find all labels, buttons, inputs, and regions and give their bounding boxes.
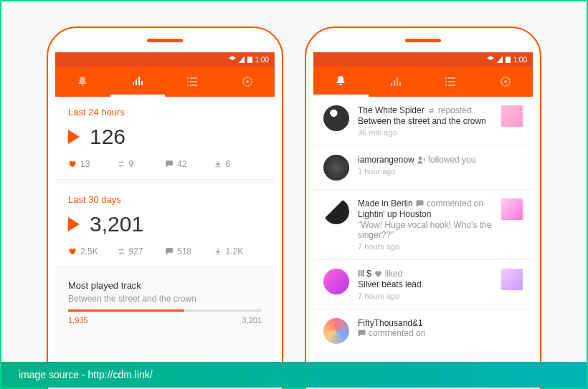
list-icon bbox=[186, 76, 198, 87]
most-played-card: Most played track Between the street and… bbox=[55, 272, 275, 333]
signal-icon bbox=[239, 56, 245, 63]
likes-30d: 2.5K bbox=[68, 246, 117, 256]
feed-time: 36 min ago bbox=[358, 128, 493, 137]
feed-user: The White Spider bbox=[358, 105, 425, 115]
most-played-title: Most played track bbox=[68, 280, 262, 291]
feed-user: Made in Berlin bbox=[358, 198, 413, 208]
feed-time: 7 hours ago bbox=[358, 292, 493, 300]
feed-user: Ill $ bbox=[358, 269, 371, 279]
tab-bar bbox=[313, 67, 533, 97]
progress-max: 3,201 bbox=[242, 316, 262, 325]
comments-30d: 518 bbox=[165, 246, 214, 256]
comment-icon bbox=[358, 330, 366, 337]
status-bar: 1:00 bbox=[55, 52, 275, 67]
tab-list[interactable] bbox=[423, 67, 478, 97]
bars-icon bbox=[390, 76, 402, 87]
thumbnail bbox=[501, 105, 523, 127]
feed-action: reposted bbox=[438, 105, 472, 115]
status-bar: 1:00 bbox=[313, 52, 533, 67]
repost-icon bbox=[427, 107, 435, 115]
feed-action: liked bbox=[385, 269, 403, 279]
status-time: 1:00 bbox=[255, 56, 269, 64]
tab-settings[interactable] bbox=[220, 67, 275, 97]
svg-rect-3 bbox=[506, 57, 511, 63]
feed-item[interactable]: iamorangenow followed you 1 hour ago bbox=[313, 146, 533, 190]
downloads-30d: 1.2K bbox=[214, 246, 262, 256]
feed-item[interactable]: FiftyThousand&1 commented on bbox=[313, 309, 533, 353]
feed-action: commented on bbox=[427, 198, 483, 208]
feed-action: commented on bbox=[369, 328, 425, 338]
feed-action: followed you bbox=[428, 155, 476, 165]
bell-icon bbox=[335, 75, 346, 87]
gear-icon bbox=[500, 76, 511, 87]
heart-icon bbox=[68, 247, 77, 256]
tab-bar bbox=[55, 67, 275, 97]
download-icon bbox=[214, 160, 222, 168]
wifi-icon bbox=[229, 56, 236, 63]
comment-icon bbox=[165, 160, 174, 168]
feed-subject: Lightin' up Houston bbox=[358, 209, 493, 219]
heart-icon bbox=[68, 160, 77, 168]
feed-item[interactable]: The White Spider reposted Between the st… bbox=[313, 97, 533, 146]
tab-stats[interactable] bbox=[110, 67, 166, 97]
phone-left: 1:00 Last 24 hours 126 13 9 42 6 bbox=[47, 27, 283, 389]
downloads-24h: 6 bbox=[214, 159, 262, 169]
comment-icon bbox=[416, 200, 424, 208]
tab-notifications[interactable] bbox=[313, 67, 369, 97]
svg-point-5 bbox=[504, 80, 507, 83]
section-label-24h: Last 24 hours bbox=[68, 107, 262, 117]
avatar bbox=[323, 105, 349, 131]
section-label-30d: Last 30 days bbox=[68, 194, 262, 205]
repost-icon bbox=[117, 160, 125, 168]
avatar bbox=[323, 198, 349, 224]
tab-stats[interactable] bbox=[369, 67, 424, 97]
stats-30d-card: Last 30 days 3,201 2.5K 927 518 1.2K bbox=[55, 184, 275, 267]
avatar bbox=[323, 318, 349, 344]
bell-icon bbox=[77, 76, 88, 87]
battery-icon bbox=[247, 56, 252, 63]
feed-item[interactable]: Made in Berlin commented on Lightin' up … bbox=[313, 190, 533, 260]
avatar bbox=[323, 269, 349, 294]
thumbnail bbox=[501, 269, 523, 290]
gear-icon bbox=[242, 76, 253, 87]
phone-right: 1:00 The White Spider reposted Between t… bbox=[305, 27, 541, 389]
tab-list[interactable] bbox=[165, 67, 220, 97]
reposts-24h: 9 bbox=[117, 159, 166, 169]
plays-count-30d: 3,201 bbox=[90, 212, 143, 236]
tab-settings[interactable] bbox=[478, 67, 534, 97]
footer-text: image source - http://cdm.link/ bbox=[19, 369, 153, 380]
progress-bar bbox=[68, 309, 262, 312]
tab-notifications[interactable] bbox=[55, 67, 110, 97]
feed-item[interactable]: Ill $ liked Silver beats lead 7 hours ag… bbox=[313, 260, 533, 309]
most-played-track: Between the street and the crown bbox=[68, 294, 262, 304]
thumbnail bbox=[501, 198, 523, 220]
heart-icon bbox=[374, 270, 382, 278]
comment-icon bbox=[165, 247, 174, 256]
stats-24h-card: Last 24 hours 126 13 9 42 6 bbox=[55, 97, 275, 180]
plays-count-24h: 126 bbox=[90, 125, 125, 149]
progress-current: 1,935 bbox=[68, 316, 88, 325]
battery-icon bbox=[506, 56, 511, 63]
signal-icon bbox=[497, 56, 503, 63]
bars-icon bbox=[132, 75, 143, 87]
feed-time: 7 hours ago bbox=[358, 242, 493, 251]
wifi-icon bbox=[487, 56, 494, 63]
follow-icon bbox=[417, 156, 425, 164]
feed-subject: Between the street and the crown bbox=[358, 116, 493, 126]
svg-point-2 bbox=[246, 80, 249, 83]
svg-rect-0 bbox=[247, 57, 252, 63]
reposts-30d: 927 bbox=[117, 246, 166, 256]
play-icon bbox=[68, 217, 80, 231]
comments-24h: 42 bbox=[165, 159, 214, 169]
feed-subject: Silver beats lead bbox=[358, 279, 493, 289]
likes-24h: 13 bbox=[68, 159, 117, 169]
feed-time: 1 hour ago bbox=[358, 167, 523, 176]
feed-quote: "Wow! Huge vocal hook! Who's the singer?… bbox=[358, 220, 493, 240]
repost-icon bbox=[117, 247, 125, 256]
list-icon bbox=[445, 76, 456, 87]
download-icon bbox=[214, 247, 222, 256]
avatar bbox=[323, 155, 349, 181]
svg-point-6 bbox=[419, 157, 422, 160]
image-source-footer: image source - http://cdm.link/ bbox=[1, 362, 587, 388]
feed-user: iamorangenow bbox=[358, 155, 414, 165]
